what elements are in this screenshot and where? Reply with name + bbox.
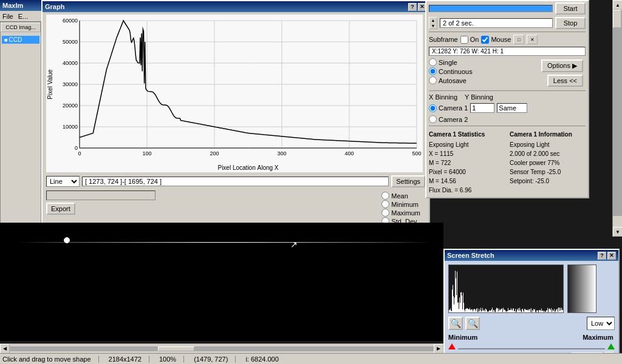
hscroll-left-btn[interactable]: ◀ [0, 344, 10, 354]
ccd-imager-btn[interactable]: CCD Imag... [1, 22, 41, 32]
zoom-spacer [482, 317, 584, 330]
spin-down-arrow[interactable]: ▼ [429, 23, 437, 29]
subframe-icon-btn2[interactable]: ✕ [527, 35, 538, 44]
stat-maximum-option[interactable]: Maximum [381, 209, 420, 217]
stat-max-radio[interactable] [381, 209, 389, 217]
info-cooler: Cooler power 77% [510, 158, 586, 167]
subframe-mouse-check[interactable] [481, 36, 489, 44]
status-intensity: i: 6824.000 [245, 356, 278, 363]
separator-2 [429, 90, 586, 91]
line-type-select[interactable]: Line Column [46, 176, 80, 187]
subframe-on-check[interactable] [460, 36, 468, 44]
exposure-progress-fill [429, 5, 552, 12]
menu-edit[interactable]: E... [18, 13, 29, 20]
right-scrollbar: ▲ ▼ [612, 0, 622, 237]
camera2-radio[interactable] [429, 115, 437, 123]
stat-mean-option[interactable]: Mean [381, 192, 420, 200]
camera1-radio[interactable] [429, 104, 437, 112]
graph-canvas [46, 15, 423, 172]
binning-row: X Binning Y Binning [426, 92, 588, 102]
stats-title: Camera 1 Statistics [429, 130, 505, 139]
graph-titlebar: Graph ? ✕ [43, 1, 429, 12]
info-temp: Sensor Temp -25.0 [510, 167, 586, 177]
exposure-spin-arrows[interactable]: ▲ ▼ [429, 17, 437, 29]
stretch-help-btn[interactable]: ? [598, 252, 606, 260]
stat-mean-label: Mean [391, 192, 408, 200]
maximum-label: Maximum [581, 334, 615, 341]
single-mode[interactable]: Single [429, 58, 473, 66]
stat-max-label: Maximum [391, 209, 420, 217]
scroll-thumb[interactable] [613, 10, 621, 28]
minimum-label: Minimum [448, 334, 477, 341]
continuous-radio[interactable] [429, 67, 437, 75]
stat-y: M = 722 [429, 158, 505, 167]
scroll-down-btn[interactable]: ▼ [613, 227, 622, 237]
stat-min-radio[interactable] [381, 200, 389, 208]
screen-stretch-panel: Screen Stretch ? ✕ 🔍 🔍 Low Medium High M… [443, 249, 620, 364]
ccd-tab[interactable]: ■ CCD [2, 36, 39, 44]
mode-radio-row: Single Continuous Autosave Options ▶ Les… [426, 57, 588, 89]
start-button[interactable]: Start [555, 2, 586, 15]
graph-help-btn[interactable]: ? [408, 3, 417, 11]
stat-m: M = 14.56 [429, 177, 505, 186]
stretch-mode-select[interactable]: Low Medium High [587, 317, 615, 330]
x-binning-label: X Binning [429, 93, 462, 101]
stats-col-right: Camera 1 Information Exposing Light 2.00… [510, 130, 586, 195]
stop-button[interactable]: Stop [555, 17, 586, 29]
subframe-mouse-checkbox[interactable]: Mouse [481, 36, 511, 44]
x-bin-select[interactable]: 123 [470, 103, 494, 113]
stat-type: Exposing Light [429, 140, 505, 149]
continuous-mode[interactable]: Continuous [429, 67, 473, 75]
subframe-row: Subframe On Mouse □ ✕ [426, 33, 588, 46]
indicator-row [445, 342, 618, 351]
stat-x: X = 1115 [429, 149, 505, 158]
app-titlebar: MaxIm [0, 0, 41, 11]
subframe-icon-btn1[interactable]: □ [513, 35, 524, 44]
autosave-mode[interactable]: Autosave [429, 76, 473, 84]
stat-pixel: Pixel = 64000 [429, 167, 505, 177]
stats-bar [46, 190, 156, 200]
histogram-canvas [449, 265, 563, 312]
hscroll-thumb[interactable] [158, 346, 194, 351]
stat-min-label: Minimum [391, 201, 419, 208]
status-message: Click and drag to move shape [2, 356, 99, 363]
spin-up-arrow[interactable]: ▲ [429, 18, 437, 23]
graph-titlebar-buttons: ? ✕ [408, 3, 426, 11]
graph-title: Graph [45, 3, 64, 10]
stats-radio-group: Mean Minimum Maximum Std. Dev. [377, 190, 425, 226]
stat-mean-radio[interactable] [381, 192, 389, 200]
camera2-radio-item[interactable]: Camera 2 [429, 115, 468, 123]
scroll-track [613, 10, 622, 216]
single-radio[interactable] [429, 58, 437, 66]
subframe-on-checkbox[interactable]: On [460, 36, 479, 44]
info-type: Exposing Light [510, 140, 586, 149]
options-button[interactable]: Options ▶ [541, 59, 583, 72]
info-setpoint: Setpoint: -25.0 [510, 177, 586, 186]
zoom-in-btn[interactable]: 🔍 [448, 317, 463, 330]
y-bin-select[interactable]: Same12 [497, 103, 527, 113]
menu-file[interactable]: File [2, 13, 13, 20]
camera1-radio-item[interactable]: Camera 1 [429, 104, 468, 112]
exposure-value-row: ▲ ▼ 2 of 2 sec. Stop [426, 16, 588, 30]
stat-flux: Flux Dia. = 6.96 [429, 186, 505, 195]
settings-button[interactable]: Settings [391, 175, 425, 187]
zoom-buttons: 🔍 🔍 Low Medium High [445, 317, 618, 332]
graph-window: Graph ? ✕ Line Column [ 1273, 724 ]-[ 16… [41, 0, 430, 230]
coords-row: X:1282 Y: 726 W: 421 H: 1 [426, 46, 588, 57]
info-exp: 2.000 of 2.000 sec [510, 149, 586, 158]
export-button[interactable]: Export [46, 203, 75, 215]
stretch-close-btn[interactable]: ✕ [607, 252, 616, 260]
status-coords: (1479, 727) [194, 356, 236, 363]
zoom-out-btn[interactable]: 🔍 [465, 317, 480, 330]
less-button[interactable]: Less << [547, 75, 583, 87]
scroll-up-btn[interactable]: ▲ [613, 0, 622, 10]
hscroll-right-btn[interactable]: ▶ [434, 344, 443, 354]
stretch-title: Screen Stretch [447, 252, 494, 259]
subframe-coords: X:1282 Y: 726 W: 421 H: 1 [429, 47, 586, 56]
image-area: ↗ [0, 223, 443, 341]
coords-display: [ 1273, 724 ]-[ 1695, 724 ] [82, 177, 389, 186]
autosave-radio[interactable] [429, 76, 437, 84]
stat-minimum-option[interactable]: Minimum [381, 200, 420, 208]
exposure-row: Start [426, 1, 588, 16]
stretch-titlebar-btns: ? ✕ [598, 252, 616, 260]
